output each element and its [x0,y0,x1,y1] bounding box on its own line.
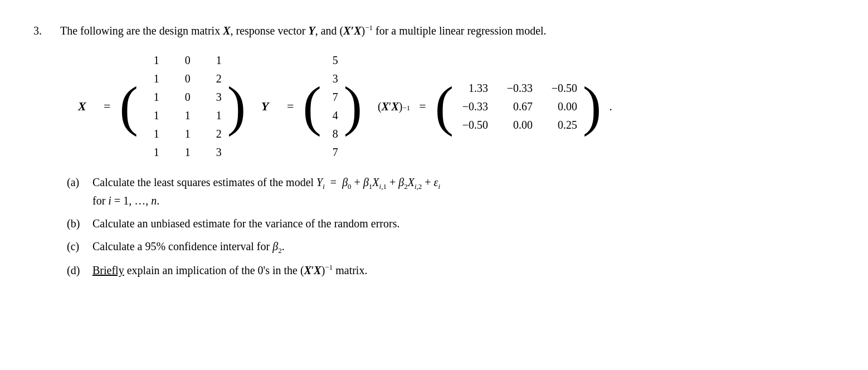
bracket-Y-left [303,79,321,134]
text-a: Calculate the least squares estimates of… [92,174,440,210]
problem-number: 3. [33,22,53,39]
cell-XTX-02: −0.50 [548,80,577,96]
cell-X-11: 0 [175,71,191,87]
sub-part-d: (d) Briefly explain an implication of th… [67,262,835,279]
cell-XTX-20: −0.50 [459,117,488,133]
cell-X-02: 1 [206,52,222,69]
label-b: (b) [67,215,85,232]
sub-part-c: (c) Calculate a 95% confidence interval … [67,238,835,256]
Y-label-header: Y [308,25,315,37]
matrix-X-group: X = 1 0 1 1 0 2 1 0 3 1 1 1 1 [78,50,246,163]
matrix-XTX-grid: 1.33 −0.33 −0.50 −0.33 0.67 0.00 −0.50 0… [453,78,583,135]
cell-XTX-22: 0.25 [548,117,577,133]
matrix-Y-group: Y = 5 3 7 4 8 7 [261,50,362,163]
cell-X-10: 1 [144,71,159,87]
cell-X-20: 1 [144,89,159,105]
cell-X-40: 1 [144,126,159,142]
sub-parts: (a) Calculate the least squares estimate… [67,174,835,279]
cell-Y-2: 7 [327,89,338,105]
equals-Y: = [287,99,294,114]
cell-Y-5: 7 [327,144,338,160]
bracket-XTX-right [583,79,601,134]
XTX-label-header: X′X [343,25,361,37]
cell-X-50: 1 [144,144,159,160]
cell-X-01: 0 [175,52,191,69]
cell-X-31: 1 [175,108,191,124]
equals-XTX: = [419,99,426,114]
period: . [609,99,612,114]
cell-X-30: 1 [144,108,159,124]
matrix-Y-container: 5 3 7 4 8 7 [303,50,362,163]
label-c: (c) [67,238,85,256]
cell-Y-0: 5 [327,52,338,69]
cell-XTX-21: 0.00 [504,117,533,133]
cell-X-12: 2 [206,71,222,87]
matrices-section: X = 1 0 1 1 0 2 1 0 3 1 1 1 1 [78,50,835,163]
equals-X: = [104,99,110,114]
sub-part-b: (b) Calculate an unbiased estimate for t… [67,215,835,232]
cell-X-52: 3 [206,144,222,160]
cell-XTX-01: −0.33 [504,80,533,96]
matrix-XTX-group: (X′X)−1 = 1.33 −0.33 −0.50 −0.33 0.67 0.… [378,78,612,135]
cell-X-41: 1 [175,126,191,142]
bracket-X-left [119,79,138,134]
cell-Y-4: 8 [327,126,338,142]
cell-Y-3: 4 [327,108,338,124]
label-a: (a) [67,174,85,210]
matrix-Y-grid: 5 3 7 4 8 7 [321,50,344,163]
cell-Y-1: 3 [327,71,338,87]
cell-X-00: 1 [144,52,159,69]
cell-X-21: 0 [175,89,191,105]
text-c: Calculate a 95% confidence interval for … [92,238,285,256]
matrix-XTX-container: 1.33 −0.33 −0.50 −0.33 0.67 0.00 −0.50 0… [435,78,602,135]
label-d: (d) [67,262,85,279]
briefly-underline: Briefly [92,264,124,276]
cell-XTX-00: 1.33 [459,80,488,96]
text-d: Briefly explain an implication of the 0'… [92,262,367,279]
X-matrix-label: X [78,99,95,114]
bracket-Y-right [344,79,362,134]
text-b: Calculate an unbiased estimate for the v… [92,215,399,232]
cell-XTX-11: 0.67 [504,99,533,115]
matrix-X-container: 1 0 1 1 0 2 1 0 3 1 1 1 1 1 2 1 1 [119,50,246,163]
cell-X-32: 1 [206,108,222,124]
cell-X-42: 2 [206,126,222,142]
problem-intro-text: The following are the design matrix X, r… [60,22,547,39]
problem-header: 3. The following are the design matrix X… [33,22,835,39]
bracket-X-right [227,79,246,134]
problem-3: 3. The following are the design matrix X… [33,22,835,279]
cell-X-51: 1 [175,144,191,160]
sub-part-a: (a) Calculate the least squares estimate… [67,174,835,210]
matrix-X-grid: 1 0 1 1 0 2 1 0 3 1 1 1 1 1 2 1 1 [138,50,227,163]
XTX-matrix-label: (X′X)−1 [378,100,410,113]
X-label: X [223,25,230,37]
cell-XTX-10: −0.33 [459,99,488,115]
Y-matrix-label: Y [261,99,278,114]
cell-XTX-12: 0.00 [548,99,577,115]
cell-X-22: 3 [206,89,222,105]
bracket-XTX-left [435,79,453,134]
